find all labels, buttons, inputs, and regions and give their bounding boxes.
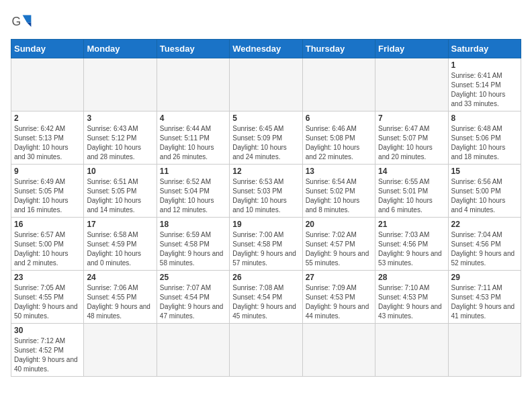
weekday-header-friday: Friday (375, 40, 448, 58)
calendar-cell: 3Sunrise: 6:43 AM Sunset: 5:12 PM Daylig… (84, 111, 157, 165)
day-info: Sunrise: 7:11 AM Sunset: 4:53 PM Dayligh… (451, 283, 518, 321)
calendar-cell (375, 58, 448, 111)
calendar-cell: 17Sunrise: 6:58 AM Sunset: 4:59 PM Dayli… (84, 218, 157, 271)
day-info: Sunrise: 6:45 AM Sunset: 5:09 PM Dayligh… (232, 124, 299, 162)
weekday-header-sunday: Sunday (11, 40, 84, 58)
day-info: Sunrise: 6:44 AM Sunset: 5:11 PM Dayligh… (160, 124, 226, 162)
day-info: Sunrise: 7:00 AM Sunset: 4:58 PM Dayligh… (232, 230, 299, 268)
calendar-week-row: 23Sunrise: 7:05 AM Sunset: 4:55 PM Dayli… (11, 271, 521, 324)
day-number: 26 (232, 273, 299, 282)
day-info: Sunrise: 6:58 AM Sunset: 4:59 PM Dayligh… (87, 230, 153, 268)
calendar-cell: 14Sunrise: 6:55 AM Sunset: 5:01 PM Dayli… (375, 165, 448, 218)
day-number: 23 (14, 273, 81, 282)
day-number: 17 (87, 220, 153, 229)
day-number: 22 (451, 220, 518, 229)
calendar-cell: 7Sunrise: 6:47 AM Sunset: 5:07 PM Daylig… (375, 111, 448, 165)
calendar-header-row: SundayMondayTuesdayWednesdayThursdayFrid… (11, 40, 521, 58)
day-number: 24 (87, 273, 153, 282)
calendar-cell: 9Sunrise: 6:49 AM Sunset: 5:05 PM Daylig… (11, 165, 84, 218)
day-number: 21 (378, 220, 445, 229)
calendar-cell (157, 58, 229, 111)
calendar-week-row: 1Sunrise: 6:41 AM Sunset: 5:14 PM Daylig… (11, 58, 521, 111)
day-number: 16 (14, 220, 81, 229)
day-info: Sunrise: 7:09 AM Sunset: 4:53 PM Dayligh… (306, 283, 372, 321)
calendar-cell: 5Sunrise: 6:45 AM Sunset: 5:09 PM Daylig… (230, 111, 302, 165)
calendar-week-row: 16Sunrise: 6:57 AM Sunset: 5:00 PM Dayli… (11, 218, 521, 271)
calendar-cell (84, 58, 157, 111)
day-number: 30 (14, 326, 81, 335)
day-info: Sunrise: 7:04 AM Sunset: 4:56 PM Dayligh… (451, 230, 518, 268)
day-number: 14 (378, 167, 445, 176)
day-info: Sunrise: 6:47 AM Sunset: 5:07 PM Dayligh… (378, 124, 445, 162)
calendar-cell (375, 324, 448, 377)
day-info: Sunrise: 6:41 AM Sunset: 5:14 PM Dayligh… (451, 71, 518, 109)
day-number: 2 (14, 113, 81, 123)
calendar-cell: 28Sunrise: 7:10 AM Sunset: 4:53 PM Dayli… (375, 271, 448, 324)
day-info: Sunrise: 6:57 AM Sunset: 5:00 PM Dayligh… (14, 230, 81, 268)
calendar-cell: 2Sunrise: 6:42 AM Sunset: 5:13 PM Daylig… (11, 111, 84, 165)
day-info: Sunrise: 7:08 AM Sunset: 4:54 PM Dayligh… (232, 283, 299, 321)
day-number: 28 (378, 273, 445, 282)
calendar-cell (157, 324, 229, 377)
calendar-cell: 12Sunrise: 6:53 AM Sunset: 5:03 PM Dayli… (230, 165, 302, 218)
calendar-cell: 24Sunrise: 7:06 AM Sunset: 4:55 PM Dayli… (84, 271, 157, 324)
day-number: 6 (306, 113, 372, 123)
day-info: Sunrise: 6:59 AM Sunset: 4:58 PM Dayligh… (160, 230, 226, 268)
calendar-cell: 4Sunrise: 6:44 AM Sunset: 5:11 PM Daylig… (157, 111, 229, 165)
day-info: Sunrise: 7:06 AM Sunset: 4:55 PM Dayligh… (87, 283, 153, 321)
calendar-cell: 25Sunrise: 7:07 AM Sunset: 4:54 PM Dayli… (157, 271, 229, 324)
calendar-cell: 18Sunrise: 6:59 AM Sunset: 4:58 PM Dayli… (157, 218, 229, 271)
day-number: 1 (451, 60, 518, 70)
day-info: Sunrise: 6:43 AM Sunset: 5:12 PM Dayligh… (87, 124, 153, 162)
calendar-cell (84, 324, 157, 377)
calendar-week-row: 30Sunrise: 7:12 AM Sunset: 4:52 PM Dayli… (11, 324, 521, 377)
day-number: 15 (451, 167, 518, 176)
calendar-cell (302, 58, 375, 111)
svg-text:G: G (12, 15, 21, 28)
day-info: Sunrise: 6:54 AM Sunset: 5:02 PM Dayligh… (306, 177, 372, 215)
day-number: 4 (160, 113, 226, 123)
day-info: Sunrise: 7:10 AM Sunset: 4:53 PM Dayligh… (378, 283, 445, 321)
day-number: 20 (306, 220, 372, 229)
calendar-cell: 10Sunrise: 6:51 AM Sunset: 5:05 PM Dayli… (84, 165, 157, 218)
calendar-cell: 13Sunrise: 6:54 AM Sunset: 5:02 PM Dayli… (302, 165, 375, 218)
calendar-table: SundayMondayTuesdayWednesdayThursdayFrid… (11, 39, 521, 377)
day-info: Sunrise: 6:46 AM Sunset: 5:08 PM Dayligh… (306, 124, 372, 162)
calendar-cell: 20Sunrise: 7:02 AM Sunset: 4:57 PM Dayli… (302, 218, 375, 271)
day-number: 27 (306, 273, 372, 282)
calendar-cell: 15Sunrise: 6:56 AM Sunset: 5:00 PM Dayli… (448, 165, 521, 218)
svg-marker-2 (27, 23, 31, 27)
calendar-cell: 22Sunrise: 7:04 AM Sunset: 4:56 PM Dayli… (448, 218, 521, 271)
weekday-header-saturday: Saturday (448, 40, 521, 58)
page-header: G (11, 11, 521, 32)
calendar-cell: 26Sunrise: 7:08 AM Sunset: 4:54 PM Dayli… (230, 271, 302, 324)
day-number: 12 (232, 167, 299, 176)
day-number: 7 (378, 113, 445, 123)
day-info: Sunrise: 6:49 AM Sunset: 5:05 PM Dayligh… (14, 177, 81, 215)
weekday-header-thursday: Thursday (302, 40, 375, 58)
calendar-cell: 8Sunrise: 6:48 AM Sunset: 5:06 PM Daylig… (448, 111, 521, 165)
calendar-cell: 27Sunrise: 7:09 AM Sunset: 4:53 PM Dayli… (302, 271, 375, 324)
logo-icon: G (11, 11, 32, 32)
day-info: Sunrise: 6:53 AM Sunset: 5:03 PM Dayligh… (232, 177, 299, 215)
day-info: Sunrise: 6:51 AM Sunset: 5:05 PM Dayligh… (87, 177, 153, 215)
day-info: Sunrise: 7:07 AM Sunset: 4:54 PM Dayligh… (160, 283, 226, 321)
day-info: Sunrise: 7:05 AM Sunset: 4:55 PM Dayligh… (14, 283, 81, 321)
weekday-header-wednesday: Wednesday (230, 40, 302, 58)
calendar-cell: 16Sunrise: 6:57 AM Sunset: 5:00 PM Dayli… (11, 218, 84, 271)
calendar-cell: 29Sunrise: 7:11 AM Sunset: 4:53 PM Dayli… (448, 271, 521, 324)
calendar-cell (230, 324, 302, 377)
weekday-header-tuesday: Tuesday (157, 40, 229, 58)
day-info: Sunrise: 7:02 AM Sunset: 4:57 PM Dayligh… (306, 230, 372, 268)
calendar-cell (302, 324, 375, 377)
day-info: Sunrise: 6:48 AM Sunset: 5:06 PM Dayligh… (451, 124, 518, 162)
day-info: Sunrise: 7:03 AM Sunset: 4:56 PM Dayligh… (378, 230, 445, 268)
day-number: 3 (87, 113, 153, 123)
svg-marker-1 (23, 15, 32, 22)
day-number: 25 (160, 273, 226, 282)
calendar-week-row: 2Sunrise: 6:42 AM Sunset: 5:13 PM Daylig… (11, 111, 521, 165)
calendar-cell: 19Sunrise: 7:00 AM Sunset: 4:58 PM Dayli… (230, 218, 302, 271)
calendar-cell: 30Sunrise: 7:12 AM Sunset: 4:52 PM Dayli… (11, 324, 84, 377)
day-info: Sunrise: 7:12 AM Sunset: 4:52 PM Dayligh… (14, 336, 81, 374)
day-number: 19 (232, 220, 299, 229)
